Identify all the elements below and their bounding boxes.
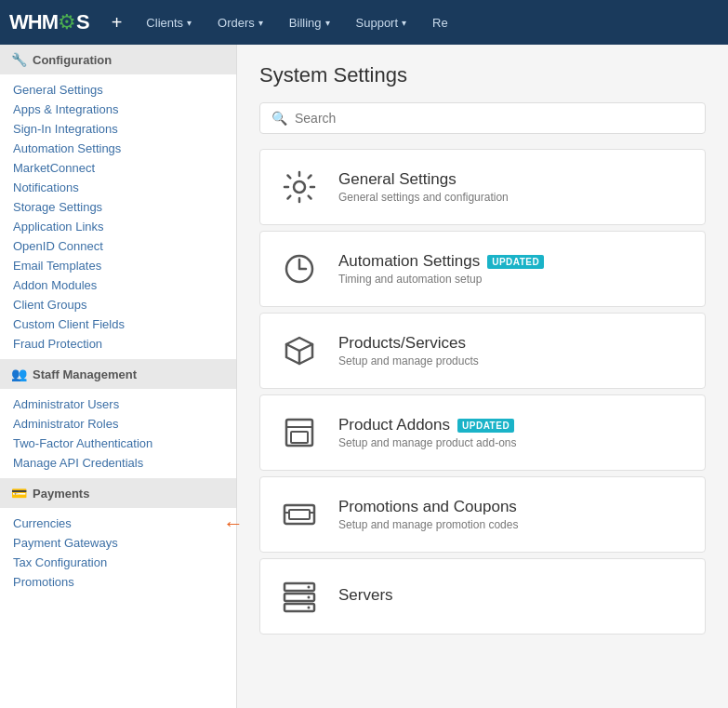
search-input[interactable] [295, 111, 694, 126]
card-promotions-coupons-desc: Setup and manage promotion codes [338, 518, 518, 531]
sidebar-section-staff-label: Staff Management [33, 367, 137, 381]
card-products-services-text: Products/Services Setup and manage produ… [338, 334, 479, 367]
sidebar-link-administrator-roles[interactable]: Administrator Roles [0, 414, 236, 434]
logo: WHM ⚙ S [9, 10, 89, 34]
card-product-addons[interactable]: Product Addons UPDATED Setup and manage … [259, 394, 706, 471]
sidebar-link-addon-modules[interactable]: Addon Modules [0, 275, 236, 295]
sidebar-section-staff: 👥 Staff Management [0, 359, 236, 389]
sidebar-link-signin-integrations[interactable]: Sign-In Integrations [0, 119, 236, 139]
payments-icon: 💳 [11, 486, 27, 501]
promo-icon [277, 492, 322, 537]
staff-icon: 👥 [11, 367, 27, 381]
configuration-links: General Settings Apps & Integrations Sig… [0, 74, 236, 359]
sidebar-link-general-settings[interactable]: General Settings [0, 80, 236, 100]
card-products-services[interactable]: Products/Services Setup and manage produ… [259, 313, 706, 389]
sidebar-link-email-templates[interactable]: Email Templates [0, 256, 236, 275]
svg-rect-5 [291, 432, 308, 443]
nav-re[interactable]: Re [421, 10, 459, 35]
currencies-link-container: Currencies ← [0, 514, 236, 533]
card-automation-settings-text: Automation Settings UPDATED Timing and a… [338, 252, 544, 286]
nav-support[interactable]: Support▾ [345, 10, 418, 35]
nav-billing[interactable]: Billing▾ [278, 10, 341, 35]
sidebar: 🔧 Configuration General Settings Apps & … [0, 45, 237, 708]
clock-icon [277, 247, 322, 291]
sidebar-section-configuration-label: Configuration [33, 53, 112, 67]
sidebar-link-payment-gateways[interactable]: Payment Gateways [0, 533, 236, 553]
gear-icon [277, 165, 322, 209]
sidebar-link-custom-client-fields[interactable]: Custom Client Fields [0, 314, 236, 334]
svg-point-14 [308, 596, 311, 599]
add-button[interactable]: + [102, 8, 132, 37]
nav-clients[interactable]: Clients▾ [135, 10, 203, 35]
sidebar-link-client-groups[interactable]: Client Groups [0, 295, 236, 314]
card-automation-settings-title: Automation Settings UPDATED [338, 252, 544, 271]
sidebar-link-promotions[interactable]: Promotions [0, 572, 236, 592]
sidebar-link-two-factor-auth[interactable]: Two-Factor Authentication [0, 434, 236, 453]
sidebar-link-application-links[interactable]: Application Links [0, 217, 236, 236]
card-servers[interactable]: Servers [259, 558, 706, 635]
sidebar-link-automation-settings[interactable]: Automation Settings [0, 139, 236, 158]
svg-rect-7 [289, 510, 310, 519]
automation-updated-badge: UPDATED [487, 255, 544, 269]
card-products-services-title: Products/Services [338, 334, 479, 353]
servers-icon [277, 574, 322, 619]
nav-orders[interactable]: Orders▾ [206, 10, 274, 35]
main-content: System Settings 🔍 General Settings Gener… [237, 45, 728, 708]
card-general-settings[interactable]: General Settings General settings and co… [259, 149, 706, 225]
sidebar-link-manage-api[interactable]: Manage API Credentials [0, 453, 236, 473]
card-general-settings-text: General Settings General settings and co… [338, 170, 509, 204]
top-navigation: WHM ⚙ S + Clients▾ Orders▾ Billing▾ Supp… [0, 0, 728, 45]
search-bar[interactable]: 🔍 [259, 102, 706, 134]
card-promotions-coupons-title: Promotions and Coupons [338, 498, 518, 516]
card-servers-title: Servers [338, 586, 393, 605]
main-layout: 🔧 Configuration General Settings Apps & … [0, 45, 728, 708]
sidebar-link-currencies[interactable]: Currencies [0, 514, 236, 533]
sidebar-link-openid-connect[interactable]: OpenID Connect [0, 236, 236, 256]
sidebar-link-notifications[interactable]: Notifications [0, 178, 236, 197]
wrench-icon: 🔧 [11, 52, 27, 67]
addons-updated-badge: UPDATED [457, 419, 514, 433]
sidebar-section-payments: 💳 Payments [0, 478, 236, 508]
box-icon [277, 328, 322, 373]
sidebar-link-storage-settings[interactable]: Storage Settings [0, 197, 236, 217]
sidebar-link-marketconnect[interactable]: MarketConnect [0, 158, 236, 178]
sidebar-section-payments-label: Payments [33, 487, 89, 501]
svg-point-13 [308, 586, 311, 589]
payments-links: Currencies ← Payment Gateways Tax Config… [0, 508, 236, 597]
card-product-addons-desc: Setup and manage product add-ons [338, 436, 516, 449]
svg-point-0 [294, 181, 305, 193]
sidebar-link-fraud-protection[interactable]: Fraud Protection [0, 334, 236, 354]
sidebar-section-configuration: 🔧 Configuration [0, 45, 236, 74]
sidebar-link-tax-configuration[interactable]: Tax Configuration [0, 553, 236, 572]
page-title: System Settings [259, 63, 706, 87]
card-products-services-desc: Setup and manage products [338, 354, 479, 367]
sidebar-link-administrator-users[interactable]: Administrator Users [0, 394, 236, 414]
addon-icon [277, 410, 322, 455]
staff-links: Administrator Users Administrator Roles … [0, 389, 236, 478]
search-icon: 🔍 [271, 111, 287, 126]
card-automation-settings[interactable]: Automation Settings UPDATED Timing and a… [259, 231, 706, 307]
card-product-addons-title: Product Addons UPDATED [338, 416, 516, 434]
card-promotions-coupons-text: Promotions and Coupons Setup and manage … [338, 498, 518, 531]
card-promotions-coupons[interactable]: Promotions and Coupons Setup and manage … [259, 476, 706, 553]
sidebar-link-apps-integrations[interactable]: Apps & Integrations [0, 100, 236, 119]
card-product-addons-text: Product Addons UPDATED Setup and manage … [338, 416, 516, 449]
card-servers-text: Servers [338, 586, 393, 607]
card-general-settings-title: General Settings [338, 170, 509, 189]
card-automation-settings-desc: Timing and automation setup [338, 273, 544, 286]
card-general-settings-desc: General settings and configuration [338, 191, 509, 204]
svg-point-15 [308, 607, 311, 609]
